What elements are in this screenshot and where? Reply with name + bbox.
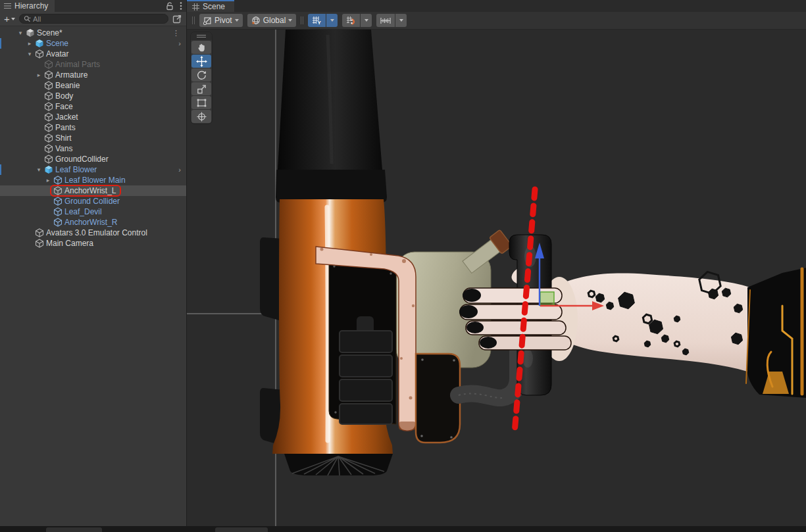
hierarchy-row[interactable]: Beanie — [0, 80, 186, 91]
pivot-icon — [203, 16, 212, 25]
hierarchy-panel: Hierarchy + — [0, 0, 186, 526]
chevron-down-icon — [235, 19, 239, 22]
gameobject-cube-icon — [34, 49, 45, 59]
search-input[interactable] — [33, 15, 164, 23]
hierarchy-row[interactable]: Avatars 3.0 Emulator Control — [0, 228, 186, 238]
gameobject-cube-icon — [43, 70, 54, 80]
search-icon — [24, 15, 31, 23]
hierarchy-row[interactable]: ▸ Scene› — [0, 38, 186, 49]
rotate-tool-button[interactable] — [191, 68, 211, 82]
popout-icon[interactable] — [172, 14, 182, 24]
docked-tab-stub[interactable] — [46, 527, 102, 532]
hierarchy-row[interactable]: Body — [0, 91, 186, 101]
toolbar-drag-handle[interactable] — [301, 16, 303, 24]
hierarchy-row[interactable]: ▸ Armature — [0, 70, 186, 80]
scene-viewport[interactable] — [187, 30, 806, 526]
hierarchy-row[interactable]: Jacket — [0, 112, 186, 122]
hierarchy-row[interactable]: AnchorWrist_R — [0, 217, 186, 228]
increment-snap-dropdown[interactable] — [395, 14, 407, 27]
expand-arrow-icon[interactable]: ▾ — [25, 51, 34, 57]
hierarchy-row-label: Leaf Blower Main — [64, 176, 126, 185]
gameobject-cube-icon — [43, 102, 54, 111]
hierarchy-row[interactable]: Vans — [0, 143, 186, 154]
view-hand-tool-button[interactable] — [191, 41, 211, 54]
gameobject-cube-icon — [53, 176, 63, 185]
expand-arrow-icon[interactable]: ▾ — [16, 30, 25, 36]
kebab-menu-icon[interactable] — [180, 1, 182, 11]
scene-3d-render — [187, 30, 806, 526]
gameobject-cube-icon — [53, 197, 63, 206]
hierarchy-row-label: Body — [55, 91, 73, 101]
scene-tools-palette — [190, 32, 213, 124]
gameobject-cube-icon — [34, 39, 45, 48]
bottom-dock-strip — [0, 526, 806, 532]
globe-icon — [251, 16, 261, 25]
prefab-open-chevron[interactable]: › — [178, 166, 181, 174]
hierarchy-search[interactable] — [19, 14, 168, 24]
hierarchy-row-label: AnchorWrist_L — [64, 186, 116, 195]
hierarchy-row[interactable]: ▸ Leaf Blower Main — [0, 175, 186, 185]
hierarchy-row[interactable]: AnchorWrist_L — [0, 185, 186, 196]
increment-snap-button[interactable] — [376, 14, 395, 27]
scene-tab-label: Scene — [203, 2, 225, 11]
prefab-open-chevron[interactable]: › — [178, 39, 181, 47]
palette-drag-handle[interactable] — [191, 32, 212, 40]
hierarchy-row[interactable]: ▾ Scene*⋮ — [0, 28, 186, 38]
unlock-icon[interactable] — [166, 2, 174, 11]
grid-snap-dropdown[interactable] — [361, 14, 372, 27]
hierarchy-row-label: GroundCollider — [55, 155, 109, 164]
hierarchy-tab[interactable]: Hierarchy — [0, 0, 55, 12]
hierarchy-row[interactable]: Pants — [0, 122, 186, 133]
scale-tool-button[interactable] — [191, 82, 211, 95]
hierarchy-tab-label: Hierarchy — [14, 1, 48, 11]
hierarchy-row-label: Armature — [55, 70, 88, 80]
grid-snap-button[interactable] — [342, 14, 360, 27]
kebab-menu-icon[interactable]: ⋮ — [172, 29, 180, 37]
gameobject-cube-icon — [53, 186, 63, 195]
hierarchy-row[interactable]: GroundCollider — [0, 154, 186, 164]
hierarchy-row[interactable]: ▾ Leaf Blower› — [0, 164, 186, 175]
gameobject-cube-icon — [25, 28, 36, 37]
scene-toolbar: Pivot Global Y — [187, 12, 806, 30]
hierarchy-row[interactable]: Main Camera — [0, 238, 186, 249]
hierarchy-row[interactable]: Leaf_Devil — [0, 206, 186, 217]
scene-view-panel: Scene Pivot Global — [186, 0, 806, 526]
hierarchy-row-label: Face — [55, 102, 73, 111]
hierarchy-toolbar: + — [0, 12, 186, 26]
grid-axis-y-icon: Y — [312, 16, 322, 25]
hierarchy-row[interactable]: ▾ Avatar — [0, 49, 186, 59]
svg-text:Y: Y — [318, 20, 322, 25]
hierarchy-row[interactable]: Ground Collider — [0, 196, 186, 206]
hierarchy-row[interactable]: Face — [0, 101, 186, 112]
gameobject-cube-icon — [43, 123, 54, 132]
hierarchy-tabstrip: Hierarchy — [0, 0, 186, 12]
hierarchy-row[interactable]: Animal Parts — [0, 59, 186, 70]
hierarchy-tree: ▾ Scene*⋮▸ Scene›▾ Avatar Animal Parts▸ … — [0, 27, 186, 526]
docked-tab-stub[interactable] — [215, 527, 268, 532]
grid-visibility-button[interactable]: Y — [308, 14, 326, 27]
gameobject-cube-icon — [53, 207, 63, 216]
plus-icon: + — [4, 14, 10, 24]
gameobject-cube-icon — [43, 60, 54, 69]
gameobject-cube-icon — [43, 165, 54, 174]
transform-tool-button[interactable] — [191, 110, 211, 123]
scene-tab[interactable]: Scene — [187, 0, 234, 12]
hierarchy-row-label: AnchorWrist_R — [64, 218, 117, 227]
expand-arrow-icon[interactable]: ▸ — [43, 177, 53, 183]
rect-tool-button[interactable] — [191, 96, 211, 109]
expand-arrow-icon[interactable]: ▸ — [25, 40, 34, 47]
hierarchy-row-label: Leaf Blower — [55, 165, 97, 174]
expand-arrow-icon[interactable]: ▸ — [34, 72, 43, 78]
toolbar-drag-handle[interactable] — [192, 16, 195, 24]
hierarchy-row[interactable]: Shirt — [0, 133, 186, 143]
hierarchy-row-label: Shirt — [55, 133, 72, 143]
move-tool-button[interactable] — [191, 55, 211, 68]
grid-visibility-dropdown[interactable] — [326, 14, 338, 27]
global-mode-button[interactable]: Global — [247, 14, 297, 27]
pivot-mode-button[interactable]: Pivot — [199, 14, 243, 27]
snap-group — [342, 14, 372, 27]
create-object-button[interactable]: + — [4, 14, 15, 24]
expand-arrow-icon[interactable]: ▾ — [34, 166, 43, 173]
hierarchy-row-label: Avatars 3.0 Emulator Control — [46, 228, 147, 237]
gizmo-plane-handle[interactable] — [540, 292, 554, 306]
